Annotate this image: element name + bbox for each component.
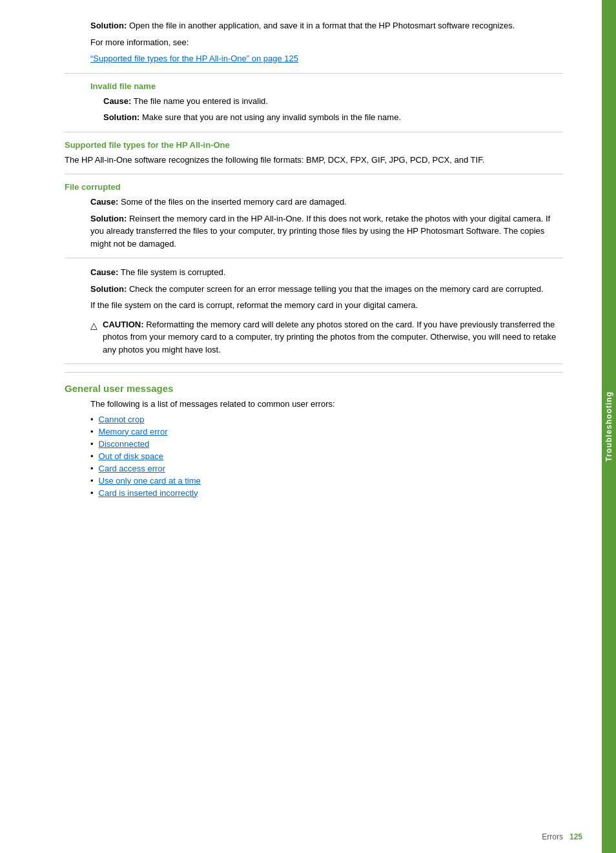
solution-extra-corrupted-2: If the file system on the card is corrup… [90,299,563,312]
solution-label-invalid: Solution: [103,112,139,122]
divider-3 [65,174,563,174]
list-item[interactable]: Memory card error [99,427,168,437]
solution-label-corrupted-2: Solution: [90,284,127,294]
divider-1 [65,73,563,74]
caution-body: Reformatting the memory card will delete… [103,320,556,355]
cause-body-invalid: The file name you entered is invalid. [134,96,268,106]
supported-file-types-heading: Supported file types for the HP All-in-O… [65,140,563,150]
general-user-messages-list: Cannot cropMemory card errorDisconnected… [90,415,563,498]
solution-label-1: Solution: [90,21,127,30]
page-footer: Errors 125 [529,827,595,847]
list-item[interactable]: Out of disk space [99,451,163,461]
divider-5 [65,364,563,364]
solution-label-corrupted-1: Solution: [90,214,127,223]
sidebar-tab: Troubleshooting [602,0,616,853]
list-item[interactable]: Disconnected [99,439,150,449]
solution-body-invalid: Make sure that you are not using any inv… [142,112,401,122]
caution-box: △ CAUTION: Reformatting the memory card … [90,318,563,356]
supported-file-types-body: The HP All-in-One software recognizes th… [65,154,563,167]
divider-4 [65,258,563,258]
list-item[interactable]: Cannot crop [99,415,145,424]
footer-page-num: 125 [570,832,582,841]
divider-2 [65,132,563,132]
divider-6 [65,372,563,373]
cause-body-corrupted-2: The file system is corrupted. [121,267,226,277]
list-item[interactable]: Use only one card at a time [99,476,201,486]
cause-label-corrupted-2: Cause: [90,267,118,277]
file-corrupted-heading: File corrupted [65,182,563,192]
cause-label-invalid: Cause: [103,96,131,106]
footer-label: Errors [542,832,563,841]
solution-body-corrupted-1: Reinsert the memory card in the HP All-i… [90,214,550,249]
invalid-file-name-heading: Invalid file name [90,81,563,91]
list-item[interactable]: Card access error [99,464,165,473]
general-user-messages-heading: General user messages [65,383,563,394]
caution-content: CAUTION: Reformatting the memory card wi… [103,318,563,356]
sidebar-tab-label: Troubleshooting [604,391,613,462]
caution-triangle-icon: △ [90,319,98,333]
general-user-messages-intro: The following is a list of messages rela… [90,398,563,411]
solution-body-1: Open the file in another application, an… [129,21,515,30]
caution-label: CAUTION: [103,320,144,329]
for-more-text: For more information, see: [90,36,563,49]
supported-file-types-link-top[interactable]: “Supported file types for the HP All-in-… [90,54,298,63]
list-item[interactable]: Card is inserted incorrectly [99,488,198,498]
cause-body-corrupted-1: Some of the files on the inserted memory… [121,197,347,207]
cause-label-corrupted-1: Cause: [90,197,118,207]
solution-body-corrupted-2: Check the computer screen for an error m… [129,284,544,294]
